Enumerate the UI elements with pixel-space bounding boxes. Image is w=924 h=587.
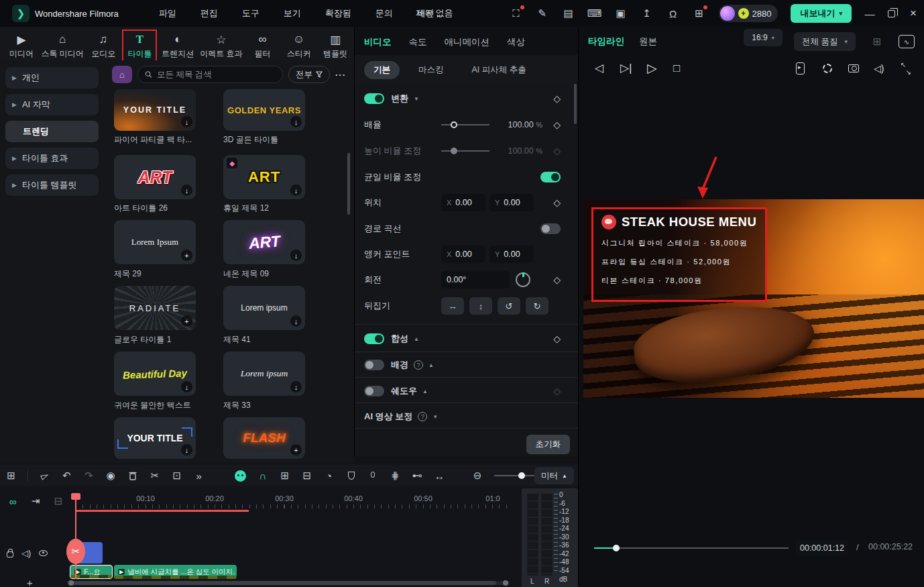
- playback-settings-icon[interactable]: [823, 64, 832, 73]
- template-card[interactable]: ART◆↓: [223, 155, 305, 199]
- meter-button[interactable]: 미터▲: [534, 467, 574, 484]
- filter-all-button[interactable]: 전부: [288, 66, 330, 83]
- fit-timeline-icon[interactable]: ↔: [434, 470, 445, 482]
- layout-grid-icon[interactable]: ⊞: [870, 36, 884, 48]
- help-icon[interactable]: ?: [418, 412, 427, 421]
- template-card[interactable]: Lorem Ipsum+: [114, 220, 196, 264]
- video-frame[interactable]: STEAK HOUSE MENU 시그니처 립아이 스테이크 · 58,000원…: [583, 199, 924, 398]
- voiceover-icon[interactable]: ◉: [105, 470, 117, 482]
- play-icon[interactable]: ▷: [647, 60, 657, 76]
- uniform-scale-toggle[interactable]: [540, 172, 561, 182]
- add-icon[interactable]: +: [181, 250, 192, 261]
- keyframe-diamond-icon[interactable]: ◇: [553, 274, 561, 285]
- store-icon[interactable]: ⌂: [112, 66, 132, 83]
- shield-icon[interactable]: [345, 470, 357, 482]
- tab-titles[interactable]: T타이틀: [122, 30, 157, 62]
- redo-icon[interactable]: ↷: [83, 470, 95, 482]
- speed-icon[interactable]: ◔: [323, 470, 335, 482]
- subtab-masking[interactable]: 마스킹: [409, 61, 453, 79]
- search-box[interactable]: [137, 66, 283, 83]
- tab-video[interactable]: 비디오: [364, 36, 392, 48]
- search-input[interactable]: [157, 70, 276, 79]
- sidebar-item-title-templates[interactable]: ▶타이틀 템플릿: [5, 174, 99, 196]
- menu-extensions[interactable]: 확장됨: [325, 7, 351, 19]
- split-scissors-icon[interactable]: ✂: [149, 470, 160, 482]
- menu-view[interactable]: 보기: [284, 7, 301, 19]
- background-toggle[interactable]: [364, 360, 384, 370]
- ai-assistant-icon[interactable]: [235, 470, 246, 482]
- tab-filters[interactable]: ∞필터: [245, 30, 280, 62]
- template-card[interactable]: GOLDEN YEARS↓: [223, 89, 305, 131]
- volume-icon[interactable]: ◁): [874, 63, 884, 74]
- template-card[interactable]: FLASH+: [223, 417, 305, 459]
- visibility-icon[interactable]: [39, 550, 48, 556]
- tab-animation[interactable]: 애니메이션: [445, 36, 490, 48]
- audio-mixer-icon[interactable]: ⋕: [390, 470, 401, 482]
- cloud-upload-icon[interactable]: ↥: [640, 7, 654, 20]
- rotation-input[interactable]: 0.00°: [441, 271, 510, 288]
- keyframe-diamond-icon[interactable]: ◇: [553, 119, 561, 130]
- preview-scrubber[interactable]: [594, 547, 789, 549]
- chevron-down-icon[interactable]: ▼: [414, 96, 419, 102]
- menu-contact[interactable]: 문의: [376, 7, 393, 19]
- export-button[interactable]: 내보내기▾: [791, 4, 852, 23]
- menu-tools[interactable]: 도구: [242, 7, 259, 19]
- chevron-up-icon[interactable]: ▲: [428, 362, 434, 368]
- add-marker-icon[interactable]: ⊞: [279, 470, 290, 482]
- audio-meter[interactable]: 0-6 -12-18 -24-30 -36-42 -48-54 dB L R: [522, 488, 578, 587]
- add-icon[interactable]: +: [290, 444, 302, 456]
- subtab-basic[interactable]: 기본: [364, 61, 400, 79]
- time-ruler[interactable]: [76, 504, 508, 509]
- keyframe-diamond-icon[interactable]: ◇: [553, 93, 561, 104]
- tab-effects[interactable]: ☆이펙트 효과: [198, 30, 243, 62]
- close-button[interactable]: ×: [908, 8, 919, 19]
- aspect-ratio-dropdown[interactable]: 16:9▾: [744, 29, 783, 46]
- sidebar-item-ai-captions[interactable]: ▶AI 자막: [5, 94, 99, 115]
- flip-vertical-icon[interactable]: ↕: [469, 297, 492, 315]
- scale-slider[interactable]: [441, 124, 489, 125]
- sidebar-item-trending[interactable]: 트렌딩: [5, 121, 99, 142]
- subtab-ai-subject[interactable]: AI 피사체 추출: [463, 61, 536, 79]
- sidebar-item-title-effects[interactable]: ▶타이틀 효과: [5, 148, 99, 169]
- vertical-preview-icon[interactable]: [796, 62, 805, 74]
- current-timecode[interactable]: 00:00:01:12: [796, 540, 848, 555]
- rotate-ccw-icon[interactable]: ↺: [498, 297, 520, 315]
- composite-toggle[interactable]: [364, 333, 384, 344]
- shadow-toggle[interactable]: [364, 386, 384, 396]
- track-options-icon[interactable]: ⊟: [52, 495, 64, 507]
- feedback-icon[interactable]: ✎: [536, 7, 549, 20]
- position-y-input[interactable]: Y0.00: [489, 194, 534, 211]
- more-tools-icon[interactable]: »: [193, 470, 205, 482]
- delete-icon[interactable]: [127, 470, 139, 482]
- add-media-icon[interactable]: ⊟: [301, 470, 312, 482]
- rotate-cw-icon[interactable]: ↻: [526, 297, 548, 315]
- fullscreen-icon[interactable]: ↖↘: [901, 64, 910, 73]
- tab-templates[interactable]: ▥템플릿: [318, 30, 353, 62]
- crop-icon[interactable]: ⊡: [171, 470, 182, 482]
- minimize-button[interactable]: —: [864, 8, 875, 19]
- chevron-up-icon[interactable]: ▲: [414, 336, 419, 342]
- chevron-down-icon[interactable]: ▼: [432, 414, 438, 420]
- anchor-x-input[interactable]: X0.00: [441, 246, 485, 263]
- download-icon[interactable]: ↓: [290, 250, 302, 261]
- support-headset-icon[interactable]: Ω: [667, 7, 680, 20]
- lock-icon[interactable]: [7, 551, 13, 557]
- keyframe-diamond-icon[interactable]: ◇: [553, 197, 561, 208]
- download-icon[interactable]: ↓: [181, 184, 192, 196]
- next-frame-icon[interactable]: ▷|: [620, 61, 632, 75]
- playhead[interactable]: [75, 493, 76, 579]
- tab-timeline-preview[interactable]: 타임라인: [588, 36, 624, 48]
- template-card[interactable]: Lorem ipsum↓: [223, 286, 305, 330]
- keyboard-icon[interactable]: ⌨: [588, 7, 601, 20]
- add-track-icon[interactable]: +: [27, 577, 33, 587]
- jump-to-icon[interactable]: ⇥: [30, 495, 42, 507]
- gift-icon[interactable]: ⛶: [510, 7, 523, 20]
- restore-button[interactable]: [888, 10, 895, 17]
- stop-icon[interactable]: □: [673, 62, 680, 75]
- timeline-hscrollbar[interactable]: [67, 581, 510, 585]
- download-icon[interactable]: ↓: [290, 315, 302, 327]
- reset-button[interactable]: 초기화: [526, 435, 571, 454]
- transform-toggle[interactable]: [364, 93, 384, 104]
- position-x-input[interactable]: X0.00: [441, 194, 485, 211]
- download-icon[interactable]: ↓: [181, 444, 192, 456]
